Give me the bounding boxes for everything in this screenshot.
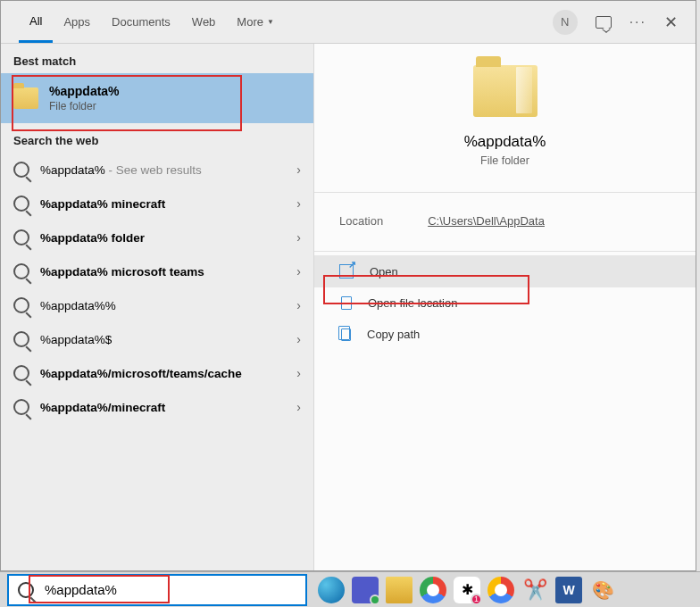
results-column: Best match %appdata% File folder Search … xyxy=(1,44,313,570)
search-icon xyxy=(13,263,29,279)
slack-icon[interactable]: ✱1 xyxy=(454,577,480,603)
chrome-icon[interactable] xyxy=(420,577,446,603)
best-match-result[interactable]: %appdata% File folder xyxy=(1,73,313,123)
close-button[interactable]: ✕ xyxy=(664,12,678,32)
web-result-text: %appdata% minecraft xyxy=(40,197,286,211)
filter-tabs: All Apps Documents Web More▼ N ··· ✕ xyxy=(1,1,696,44)
search-icon xyxy=(13,297,29,313)
feedback-icon[interactable] xyxy=(596,16,612,29)
edge-icon[interactable] xyxy=(318,577,345,603)
tab-apps[interactable]: Apps xyxy=(53,2,101,43)
web-result-text: %appdata% folder xyxy=(40,231,286,245)
web-result[interactable]: %appdata% microsoft teams › xyxy=(1,254,313,288)
chevron-right-icon: › xyxy=(296,196,301,211)
tab-more[interactable]: More▼ xyxy=(226,2,285,43)
action-copy-path-label: Copy path xyxy=(367,328,420,341)
taskbar-search-box[interactable] xyxy=(7,574,307,606)
taskbar: ✱1 ✂️ W 🎨 xyxy=(0,571,700,607)
preview-header: %appdata% File folder xyxy=(314,65,696,193)
web-results-list: %appdata% - See web results › %appdata% … xyxy=(1,153,313,424)
file-location-icon xyxy=(341,296,352,310)
search-input[interactable] xyxy=(45,582,296,597)
location-row: Location C:\Users\Dell\AppData xyxy=(314,193,696,252)
file-explorer-icon[interactable] xyxy=(386,577,412,603)
search-results-panel: All Apps Documents Web More▼ N ··· ✕ Bes… xyxy=(0,0,696,571)
search-icon xyxy=(13,331,29,347)
folder-icon-large xyxy=(473,65,538,117)
web-result[interactable]: %appdata% - See web results › xyxy=(1,153,313,187)
tab-documents[interactable]: Documents xyxy=(101,2,181,43)
chevron-right-icon: › xyxy=(296,298,301,312)
web-result-text: %appdata%/minecraft xyxy=(40,401,286,414)
teams-icon[interactable] xyxy=(352,577,379,603)
preview-title: %appdata% xyxy=(332,133,678,151)
chrome-beta-icon[interactable] xyxy=(488,577,514,603)
chevron-right-icon: › xyxy=(296,162,301,177)
web-result-text: %appdata%% xyxy=(40,299,286,312)
web-result-text: %appdata% microsoft teams xyxy=(40,265,286,279)
taskbar-apps: ✱1 ✂️ W 🎨 xyxy=(318,577,616,603)
action-open-location-label: Open file location xyxy=(368,296,457,310)
web-result-text: %appdata%/microsoft/teams/cache xyxy=(40,367,286,380)
more-options-icon[interactable]: ··· xyxy=(629,14,646,30)
best-match-title: %appdata% xyxy=(49,84,120,98)
search-icon xyxy=(13,195,29,212)
action-copy-path[interactable]: Copy path xyxy=(314,319,696,350)
chevron-right-icon: › xyxy=(296,332,301,346)
search-icon xyxy=(18,582,34,598)
search-icon xyxy=(13,162,29,178)
web-result-text: %appdata%$ xyxy=(40,333,286,346)
preview-subtitle: File folder xyxy=(332,154,678,167)
chevron-right-icon: › xyxy=(296,400,301,414)
action-open[interactable]: Open xyxy=(314,255,696,287)
tab-web[interactable]: Web xyxy=(181,2,227,43)
web-result[interactable]: %appdata%$ › xyxy=(1,322,313,356)
best-match-label: Best match xyxy=(1,44,313,73)
word-icon[interactable]: W xyxy=(555,577,582,603)
action-open-label: Open xyxy=(370,265,398,279)
user-avatar[interactable]: N xyxy=(553,10,578,35)
open-icon xyxy=(339,264,354,279)
search-web-label: Search the web xyxy=(1,123,313,153)
chevron-down-icon: ▼ xyxy=(267,18,274,26)
preview-panel: %appdata% File folder Location C:\Users\… xyxy=(313,44,696,570)
web-result[interactable]: %appdata%% › xyxy=(1,288,313,322)
folder-icon xyxy=(13,87,38,109)
location-link[interactable]: C:\Users\Dell\AppData xyxy=(428,214,545,228)
location-label: Location xyxy=(339,214,383,228)
action-open-location[interactable]: Open file location xyxy=(314,287,696,319)
web-result[interactable]: %appdata% minecraft › xyxy=(1,187,313,220)
chevron-right-icon: › xyxy=(296,264,301,279)
tab-all[interactable]: All xyxy=(19,2,53,43)
web-result[interactable]: %appdata%/minecraft › xyxy=(1,390,313,424)
chevron-right-icon: › xyxy=(296,366,301,380)
web-result[interactable]: %appdata% folder › xyxy=(1,220,313,254)
search-icon xyxy=(13,399,29,415)
snip-icon[interactable]: ✂️ xyxy=(521,577,548,603)
web-result-text: %appdata% - See web results xyxy=(40,163,286,177)
search-icon xyxy=(13,365,29,381)
copy-icon xyxy=(341,328,351,341)
best-match-subtitle: File folder xyxy=(49,100,120,112)
search-icon xyxy=(13,229,29,245)
chevron-right-icon: › xyxy=(296,230,301,245)
content-area: Best match %appdata% File folder Search … xyxy=(1,44,696,570)
paint-icon[interactable]: 🎨 xyxy=(589,577,616,603)
web-result[interactable]: %appdata%/microsoft/teams/cache › xyxy=(1,356,313,390)
